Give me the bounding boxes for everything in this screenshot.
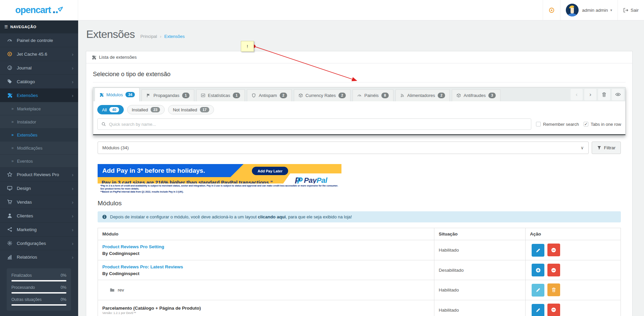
- column-header-action: Ação: [526, 228, 621, 240]
- edit-button[interactable]: [532, 304, 544, 316]
- annotation-note: !: [241, 41, 254, 52]
- sidebar-item-sales[interactable]: Vendas ›: [0, 195, 78, 209]
- sidebar-item-reports[interactable]: Relatórios ›: [0, 250, 78, 264]
- sidebar-subitem-events[interactable]: » Eventos: [0, 154, 78, 167]
- module-author: By Codinginspect: [102, 251, 430, 256]
- edit-button[interactable]: [532, 244, 544, 257]
- tab-modulos[interactable]: Módulos 34: [95, 88, 140, 101]
- sidebar-item-extensions[interactable]: Extensões ›: [0, 88, 78, 102]
- bar-chart-icon: [7, 254, 12, 260]
- user-menu[interactable]: admin admin ▾: [560, 0, 618, 20]
- gauge-icon: [7, 38, 12, 43]
- sidebar-item-product-reviews-pro[interactable]: Product Reviews Pro ›: [0, 167, 78, 181]
- breadcrumb-current[interactable]: Extensões: [164, 34, 185, 39]
- stat-processando: Processando 0%: [11, 285, 66, 294]
- quick-search-box: [97, 118, 531, 130]
- tab-alimentadores[interactable]: Alimentadores 2: [395, 89, 450, 101]
- sidebar-item-dashboard[interactable]: Painel de controle: [0, 33, 78, 47]
- jet-cache-status-button[interactable]: [543, 0, 560, 20]
- pill-installed[interactable]: Installed 23: [127, 105, 165, 114]
- module-instance-name: rev: [118, 287, 124, 293]
- delete-button[interactable]: [598, 89, 610, 100]
- sidebar-item-marketing[interactable]: Marketing ›: [0, 222, 78, 236]
- remember-search-checkbox[interactable]: Remember search: [536, 122, 579, 127]
- extension-type-select[interactable]: Módulos (34) ∨: [98, 142, 589, 154]
- edit-instance-button[interactable]: [532, 284, 544, 297]
- panel-header: Lista de extensões: [86, 51, 632, 63]
- sidebar-subitem-modifications[interactable]: » Modificações: [0, 141, 78, 154]
- search-icon: [101, 122, 106, 126]
- trash-icon: [601, 92, 607, 97]
- tab-propagandas[interactable]: Propagandas 1: [142, 89, 194, 101]
- tab-currency-rates[interactable]: Currency Rates 2: [294, 89, 351, 101]
- hamburger-icon[interactable]: ☰: [4, 24, 8, 29]
- progress-bar: [11, 292, 66, 294]
- logout-button[interactable]: Sair: [618, 0, 644, 20]
- module-title: Parcelamento (Catálogo + Página de Produ…: [102, 306, 430, 311]
- tags-icon: [7, 79, 12, 84]
- checkbox-checked[interactable]: ✓: [584, 122, 588, 126]
- scroll-tabs-right-button[interactable]: ›: [584, 89, 596, 100]
- sidebar-subitem-marketplace[interactable]: » Marketplace: [0, 102, 78, 115]
- section-title: Selecione o tipo de extensão: [93, 71, 626, 83]
- module-author: By Codinginspect: [102, 271, 430, 276]
- scroll-tabs-left-button[interactable]: ‹: [571, 89, 583, 100]
- puzzle-icon: [99, 93, 104, 97]
- tab-count-badge: 1: [182, 93, 190, 98]
- filter-button[interactable]: Filtrar: [592, 142, 621, 154]
- breadcrumb-home[interactable]: Principal: [140, 34, 157, 39]
- sidebar-item-journal[interactable]: Journal ›: [0, 61, 78, 74]
- tab-antispam[interactable]: Antispam 2: [247, 89, 291, 101]
- sidebar-item-jet-cache[interactable]: Jet Cache 45.6 ›: [0, 47, 78, 61]
- sidebar-item-catalog[interactable]: Catálogo ›: [0, 74, 78, 88]
- chevron-right-icon: ›: [72, 79, 73, 85]
- tab-controls: ‹ ›: [568, 88, 625, 101]
- status-value: Habilitado: [434, 280, 526, 300]
- opencart-logo[interactable]: opencart: [0, 0, 78, 20]
- monitor-icon: [7, 186, 12, 191]
- nav-header-label: NAVEGAÇÃO: [10, 25, 37, 29]
- tab-antifraudes[interactable]: Antifraudes 3: [452, 89, 500, 101]
- alert-link[interactable]: clicando aqui: [258, 214, 286, 219]
- user-icon: [7, 213, 12, 218]
- tab-count-badge: 2: [280, 93, 287, 98]
- logout-label: Sair: [631, 8, 639, 13]
- top-bar: opencart admin admin ▾ Sair: [0, 0, 644, 20]
- uninstall-button[interactable]: [547, 304, 560, 316]
- checkbox-unchecked[interactable]: [536, 122, 541, 126]
- pill-all[interactable]: All 40: [97, 105, 124, 114]
- pill-not-installed[interactable]: Not Installed 17: [168, 105, 214, 114]
- install-button[interactable]: [532, 264, 544, 276]
- page-header: Extensões Principal › Extensões: [78, 20, 644, 51]
- add-pay-later-button[interactable]: Add Pay Later: [252, 167, 288, 175]
- module-link[interactable]: Product Reviews Pro: Latest Reviews: [102, 264, 430, 269]
- quick-search-input[interactable]: [109, 122, 527, 127]
- table-row: Parcelamento (Catálogo + Página de Produ…: [98, 300, 621, 316]
- banner-fineprint: *Pay in 3 is a form of credit and availa…: [98, 183, 341, 195]
- sidebar-item-design[interactable]: Design ›: [0, 181, 78, 195]
- tab-estatisticas[interactable]: Estatísticas 1: [196, 89, 245, 101]
- module-link[interactable]: Product Reviews Pro Setting: [102, 244, 430, 249]
- chevron-right-icon: ›: [72, 51, 73, 57]
- uninstall-button[interactable]: [547, 264, 560, 276]
- chevron-down-icon: ∨: [581, 145, 584, 150]
- journal-icon: [7, 65, 12, 70]
- gauge-icon: [357, 93, 362, 98]
- install-filter-pills: All 40 Installed 23 Not Installed 17: [93, 101, 625, 116]
- sidebar-item-settings[interactable]: Configurações ›: [0, 236, 78, 250]
- tab-paineis[interactable]: Painéis 8: [353, 89, 393, 101]
- angle-right-icon: »: [11, 106, 14, 111]
- search-row: Remember search ✓ Tabs in one row: [93, 116, 625, 134]
- sidebar-item-customers[interactable]: Clientes ›: [0, 209, 78, 222]
- uninstall-button[interactable]: [547, 244, 560, 256]
- sidebar-subitem-extensions[interactable]: » Extensões: [0, 128, 78, 141]
- visibility-button[interactable]: [612, 89, 624, 100]
- info-icon: [102, 214, 107, 219]
- paypal-banner[interactable]: Add Pay in 3* before the holidays. Add P…: [98, 164, 341, 195]
- delete-instance-button[interactable]: [547, 283, 560, 296]
- status-value: Desabilitado: [434, 260, 526, 280]
- sidebar-subitem-installer[interactable]: » Instalador: [0, 115, 78, 128]
- gear-icon: [7, 241, 12, 246]
- tabs-in-one-row-checkbox[interactable]: ✓ Tabs in one row: [584, 122, 621, 127]
- user-name: admin admin: [582, 8, 608, 13]
